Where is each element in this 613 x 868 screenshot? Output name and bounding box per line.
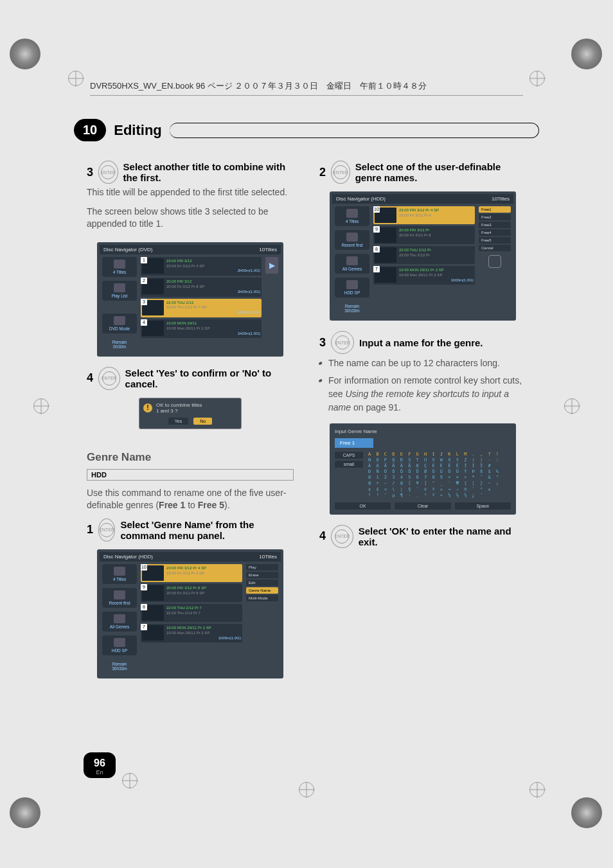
- kb-ok-button: OK: [335, 502, 391, 509]
- enter-button-icon: ENTER: [98, 518, 115, 542]
- register-mark-icon: [68, 71, 84, 86]
- remain-indicator: Remain30h30m: [102, 659, 137, 673]
- title-row: 419:00 MON 29/1119:00 Mon 29/11 Pr 2 SP1…: [141, 319, 262, 338]
- runhead-text: DVR550HXS_WV_EN.book 96 ページ ２００７年３月３０日 金…: [90, 81, 427, 91]
- step-number: 2: [319, 166, 326, 179]
- remain-indicator: Remain0h30m: [102, 337, 137, 351]
- page-number: 96: [91, 757, 108, 769]
- step-instruction: Input a name for the genre.: [359, 337, 483, 348]
- body-text: Use this command to rename one of the fi…: [87, 487, 294, 512]
- left-column: 3 ENTER Select another title to combine …: [87, 161, 294, 689]
- menu-item: Erase: [246, 572, 278, 578]
- body-text: The screen below shows title 3 selected …: [87, 206, 294, 231]
- return-button-icon: [488, 255, 501, 268]
- kb-name-field: Free 1: [335, 438, 373, 448]
- title-row: 123:00 FRI 3/1223:00 Fri 3/12 Pr 4 SP2h0…: [141, 257, 262, 276]
- step-instruction: Select another title to combine with the…: [123, 161, 294, 183]
- corner-ornament: [10, 39, 42, 71]
- step-4: 4 ENTER Select 'Yes' to confirm or 'No' …: [87, 367, 294, 390]
- sidebar-item: Play List: [102, 281, 137, 301]
- step-instruction: Select 'Genre Name' from the command men…: [120, 519, 294, 541]
- sort-icon: [114, 590, 125, 599]
- right-column: 2 ENTER Select one of the user-definable…: [319, 161, 526, 689]
- playlist-icon: [114, 283, 125, 292]
- scroll-right-icon: ▶: [265, 257, 278, 274]
- step-number: 1: [87, 523, 93, 536]
- step-2: 2 ENTER Select one of the user-definable…: [319, 161, 526, 184]
- sidebar-item: Recent first: [102, 588, 137, 608]
- title-row: 822:00 THU 2/12 Pr 722:00 Thu 2/12 Pr 7: [141, 604, 242, 622]
- ui-title: Disc Navigator (HDD): [336, 196, 386, 202]
- register-mark-icon: [529, 782, 545, 797]
- menu-item-selected: Genre Name: [246, 587, 278, 594]
- enter-button-icon: ENTER: [98, 367, 120, 390]
- bullet-item: For information on remote control key sh…: [328, 374, 526, 414]
- dialog-text: OK to combine titles: [156, 402, 202, 408]
- menu-item: Multi-Mode: [246, 595, 278, 601]
- corner-ornament: [571, 797, 603, 829]
- sidebar-item: All Genres: [335, 254, 369, 274]
- page-footer: 96 En: [84, 752, 116, 778]
- mode-icon: [114, 638, 125, 647]
- step-instruction: Select one of the user-definable genre n…: [355, 161, 526, 183]
- register-mark-icon: [564, 398, 580, 414]
- chapter-number: 10: [74, 119, 106, 141]
- step-1: 1 ENTER Select 'Genre Name' from the com…: [87, 518, 294, 542]
- sidebar-item: All Genres: [102, 612, 137, 632]
- enter-button-icon: ENTER: [98, 161, 118, 184]
- step-number: 4: [87, 371, 93, 385]
- menu-item: Play: [246, 564, 278, 571]
- genre-option-selected: Free1: [479, 206, 511, 213]
- kb-header: Input Genre Name: [335, 429, 511, 434]
- chapter-title: Editing: [114, 122, 162, 139]
- dialog-no-button: No: [193, 418, 212, 425]
- genre-icon: [114, 614, 125, 623]
- register-mark-icon: [122, 773, 138, 788]
- sidebar-item: HDD SP: [335, 278, 369, 297]
- sidebar-item: 4 Titles: [102, 564, 137, 584]
- bullet-list: The name can be up to 12 characters long…: [319, 357, 526, 418]
- dialog-yes-button: Yes: [168, 418, 188, 425]
- sidebar-item: HDD SP: [102, 635, 137, 655]
- step-number: 3: [319, 336, 326, 350]
- warning-icon: !: [143, 403, 152, 412]
- register-mark-icon: [33, 398, 49, 414]
- genre-option: Free5: [479, 237, 511, 244]
- enter-button-icon: ENTER: [331, 161, 350, 184]
- title-row: 920:00 FRI 3/12 Pr20:00 Fri 3/12 Pr 8: [373, 226, 475, 244]
- embedded-screenshot-disc-navigator-hdd-genres: Disc Navigator (HDD) 10Titles 4 Titles R…: [330, 191, 516, 321]
- kb-space-button: Space: [455, 502, 511, 509]
- step-number: 4: [319, 529, 326, 543]
- genre-option: Free4: [479, 229, 511, 236]
- sidebar-item: DVD Mode: [102, 314, 137, 333]
- body-text: This title will be appended to the first…: [87, 186, 294, 199]
- title-row-selected: 1023:00 FRI 3/12 Pr 4 SP23:00 Fri 3/12 P…: [141, 564, 242, 582]
- step-3-right: 3 ENTER Input a name for the genre.: [319, 331, 526, 354]
- genre-icon: [346, 256, 358, 265]
- titles-icon: [114, 260, 125, 269]
- enter-button-icon: ENTER: [331, 525, 353, 548]
- titles-icon: [346, 209, 358, 218]
- ui-title-count: 10Titles: [492, 196, 510, 202]
- sidebar-item: 4 Titles: [102, 257, 137, 277]
- ui-title: Disc Navigator (HDD): [103, 554, 153, 560]
- register-mark-icon: [529, 71, 545, 86]
- genre-option: Free3: [479, 222, 511, 228]
- step-3: 3 ENTER Select another title to combine …: [87, 161, 294, 184]
- chapter-header: 10 Editing: [74, 119, 539, 141]
- dialog-text: 1 and 3 ?: [156, 408, 202, 414]
- confirm-dialog-screenshot: ! OK to combine titles 1 and 3 ? Yes No: [139, 398, 242, 429]
- genre-option-cancel: Cancel: [479, 245, 511, 251]
- step-instruction: Select 'Yes' to confirm or 'No' to cance…: [125, 368, 294, 389]
- step-number: 3: [87, 166, 93, 179]
- kb-char-grid: A B C D E F G H I J K L M . , ? ! N O P …: [368, 452, 511, 499]
- menu-item: Edit: [246, 580, 278, 586]
- title-row-selected: 322:00 THU 2/1222:00 Thu 2/12 Pr 7 SP1h0…: [141, 299, 262, 317]
- kb-caps-button: CAPS: [335, 452, 363, 459]
- titles-icon: [114, 567, 125, 576]
- title-row: 719:00 MON 29/11 Pr 2 SP19:00 Mon 29/11 …: [373, 266, 475, 285]
- mode-icon: [346, 280, 358, 289]
- genre-option: Free2: [479, 214, 511, 220]
- title-row: 920:00 FRI 3/12 Pr 8 SP20:00 Fri 3/12 Pr…: [141, 584, 242, 602]
- register-mark-icon: [299, 782, 314, 797]
